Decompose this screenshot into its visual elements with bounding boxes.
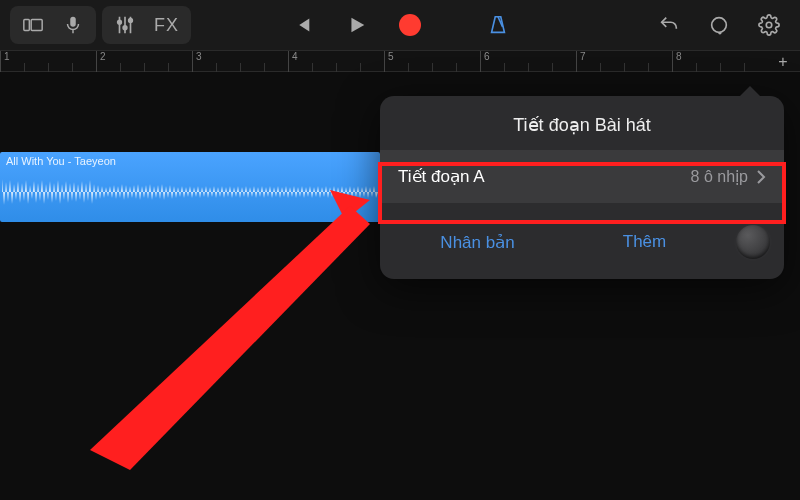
transport-controls	[287, 10, 513, 40]
add-button[interactable]: Thêm	[561, 232, 728, 252]
toolbar: FX	[0, 0, 800, 50]
svg-point-3	[123, 26, 127, 30]
section-length: 8 ô nhịp	[691, 167, 748, 186]
ruler-bar-2: 2	[96, 51, 106, 73]
section-name: Tiết đoạn A	[398, 166, 484, 187]
mixer-icon[interactable]	[110, 10, 140, 40]
add-section-button[interactable]: +	[772, 51, 794, 73]
svg-point-2	[118, 20, 122, 24]
waveform-icon	[0, 172, 380, 212]
ruler-bar-1: 1	[0, 51, 10, 73]
help-button[interactable]	[736, 225, 770, 259]
mic-icon[interactable]	[58, 10, 88, 40]
settings-button[interactable]	[754, 10, 784, 40]
chevron-right-icon	[756, 169, 766, 185]
undo-button[interactable]	[654, 10, 684, 40]
duplicate-button[interactable]: Nhân bản	[394, 232, 561, 253]
ruler-bar-6: 6	[480, 51, 490, 73]
metronome-button[interactable]	[483, 10, 513, 40]
ruler-bar-8: 8	[672, 51, 682, 73]
svg-point-4	[129, 19, 133, 23]
right-tools	[654, 10, 784, 40]
popover-actions: Nhân bản Thêm	[380, 203, 784, 279]
play-button[interactable]	[341, 10, 371, 40]
loop-button[interactable]	[704, 10, 734, 40]
clip-title: All With You - Taeyeon	[6, 155, 116, 167]
ruler-bar-4: 4	[288, 51, 298, 73]
ruler-bar-7: 7	[576, 51, 586, 73]
track-controls-group: FX	[102, 6, 191, 44]
section-a-row[interactable]: Tiết đoạn A 8 ô nhịp	[380, 150, 784, 203]
record-icon	[399, 14, 421, 36]
browser-icon[interactable]	[18, 10, 48, 40]
ruler-bar-3: 3	[192, 51, 202, 73]
svg-point-6	[766, 22, 772, 28]
svg-rect-1	[31, 20, 42, 31]
ruler-bar-5: 5	[384, 51, 394, 73]
svg-point-5	[712, 18, 727, 33]
song-sections-popover: Tiết đoạn Bài hát Tiết đoạn A 8 ô nhịp N…	[380, 96, 784, 279]
popover-title: Tiết đoạn Bài hát	[380, 96, 784, 150]
record-button[interactable]	[395, 10, 425, 40]
view-group	[10, 6, 96, 44]
timeline-ruler[interactable]: + 12345678	[0, 50, 800, 72]
audio-clip[interactable]: All With You - Taeyeon	[0, 152, 380, 222]
svg-rect-0	[24, 20, 30, 31]
rewind-button[interactable]	[287, 10, 317, 40]
section-value-group: 8 ô nhịp	[691, 167, 766, 186]
fx-button[interactable]: FX	[150, 15, 183, 36]
